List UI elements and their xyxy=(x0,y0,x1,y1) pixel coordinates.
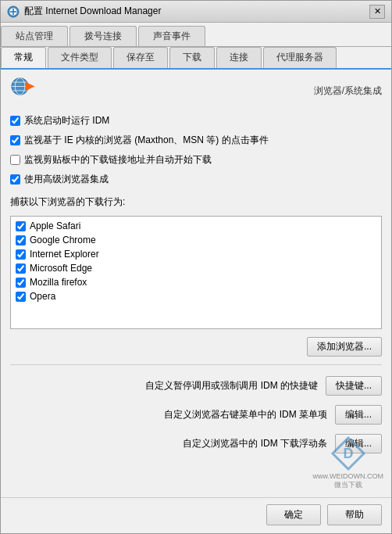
browser-item-opera: Opera xyxy=(14,290,378,303)
integration-label: 浏览器/系统集成 xyxy=(314,84,382,98)
svg-rect-8 xyxy=(26,85,31,88)
browser-item-firefox: Mozilla firefox xyxy=(14,276,378,289)
checkbox-advanced-label: 使用高级浏览器集成 xyxy=(24,173,109,186)
shortcut-button[interactable]: 快捷键... xyxy=(326,376,382,396)
checkbox-autostart: 系统启动时运行 IDM xyxy=(10,114,382,127)
tab-filetype[interactable]: 文件类型 xyxy=(48,47,112,68)
context-menu-description: 自定义浏览器右键菜单中的 IDM 菜单项 xyxy=(10,408,335,421)
tab-download[interactable]: 下载 xyxy=(169,47,215,68)
add-browser-button[interactable]: 添加浏览器... xyxy=(307,337,382,357)
app-icon xyxy=(7,5,20,18)
watermark: D www.WEIDOWN.COM 微当下载 xyxy=(313,435,384,490)
watermark-logo: D xyxy=(330,435,367,472)
bottom-buttons: 确定 帮助 xyxy=(1,497,391,533)
ok-button[interactable]: 确定 xyxy=(266,504,321,525)
checkbox-autostart-label: 系统启动时运行 IDM xyxy=(24,114,109,127)
checkbox-firefox[interactable] xyxy=(16,278,26,288)
context-menu-button[interactable]: 编辑... xyxy=(335,405,382,425)
close-button[interactable]: ✕ xyxy=(369,5,385,19)
browser-item-ie: Internet Explorer xyxy=(14,248,378,260)
checkbox-clipboard-label: 监视剪贴板中的下载链接地址并自动开始下载 xyxy=(24,153,212,167)
checkbox-monitor-ie: 监视基于 IE 内核的浏览器 (Maxthon、MSN 等) 的点击事件 xyxy=(10,134,382,147)
add-browser-row: 添加浏览器... xyxy=(10,337,382,357)
bottom-tab-row: 常规 文件类型 保存至 下载 连接 代理服务器 xyxy=(1,47,391,70)
checkbox-safari[interactable] xyxy=(16,221,26,231)
browser-opera-label: Opera xyxy=(30,291,55,302)
browser-chrome-label: Google Chrome xyxy=(30,235,96,245)
tab-proxy[interactable]: 代理服务器 xyxy=(263,47,337,68)
browser-item-chrome: Google Chrome xyxy=(14,234,378,246)
checkbox-monitor-ie-input[interactable] xyxy=(10,135,20,145)
content-area: 浏览器/系统集成 系统启动时运行 IDM 监视基于 IE 内核的浏览器 (Max… xyxy=(1,70,391,497)
svg-text:D: D xyxy=(343,446,353,461)
window-body: 浏览器/系统集成 系统启动时运行 IDM 监视基于 IE 内核的浏览器 (Max… xyxy=(1,70,391,533)
checkbox-clipboard-input[interactable] xyxy=(10,155,20,165)
watermark-text: 微当下载 xyxy=(334,480,362,490)
browser-firefox-label: Mozilla firefox xyxy=(30,277,87,288)
browser-edge-label: Microsoft Edge xyxy=(30,263,92,274)
main-window: 配置 Internet Download Manager ✕ 站点管理 拨号连接… xyxy=(0,0,392,534)
top-tab-row: 站点管理 拨号连接 声音事件 xyxy=(1,23,391,47)
checkbox-advanced-input[interactable] xyxy=(10,174,20,185)
checkbox-advanced: 使用高级浏览器集成 xyxy=(10,173,382,186)
checkbox-opera[interactable] xyxy=(16,292,26,302)
checkbox-ie[interactable] xyxy=(16,249,26,260)
browser-ie-label: Internet Explorer xyxy=(30,249,99,260)
help-button[interactable]: 帮助 xyxy=(327,504,382,525)
shortcut-row: 自定义暂停调用或强制调用 IDM 的快捷键 快捷键... xyxy=(10,376,382,396)
tab-station[interactable]: 站点管理 xyxy=(1,26,68,46)
separator-1 xyxy=(10,364,382,365)
browser-item-edge: Microsoft Edge xyxy=(14,262,378,274)
checkbox-autostart-input[interactable] xyxy=(10,116,20,126)
tab-general[interactable]: 常规 xyxy=(1,47,46,68)
tab-connection[interactable]: 连接 xyxy=(216,47,262,68)
title-bar: 配置 Internet Download Manager ✕ xyxy=(1,1,391,23)
browser-item-safari: Apple Safari xyxy=(14,220,378,232)
capture-label: 捕获以下浏览器的下载行为: xyxy=(10,195,382,209)
watermark-url: www.WEIDOWN.COM xyxy=(313,472,384,480)
checkbox-chrome[interactable] xyxy=(16,235,26,245)
idm-logo xyxy=(10,76,38,106)
browser-safari-label: Apple Safari xyxy=(30,220,80,231)
header-row: 浏览器/系统集成 xyxy=(10,76,382,106)
checkbox-monitor-clipboard: 监视剪贴板中的下载链接地址并自动开始下载 xyxy=(10,153,382,167)
checkbox-monitor-ie-label: 监视基于 IE 内核的浏览器 (Maxthon、MSN 等) 的点击事件 xyxy=(24,134,269,147)
floating-bar-description: 自定义浏览器中的 IDM 下载浮动条 xyxy=(10,437,335,450)
browser-list-box: Apple Safari Google Chrome Internet Expl… xyxy=(10,216,382,329)
context-menu-row: 自定义浏览器右键菜单中的 IDM 菜单项 编辑... xyxy=(10,405,382,425)
tab-dialup[interactable]: 拨号连接 xyxy=(69,26,137,46)
checkbox-edge[interactable] xyxy=(16,263,26,274)
window-title: 配置 Internet Download Manager xyxy=(24,5,369,18)
shortcut-description: 自定义暂停调用或强制调用 IDM 的快捷键 xyxy=(10,379,326,392)
tab-saveto[interactable]: 保存至 xyxy=(113,47,168,68)
tab-sound[interactable]: 声音事件 xyxy=(138,26,205,46)
